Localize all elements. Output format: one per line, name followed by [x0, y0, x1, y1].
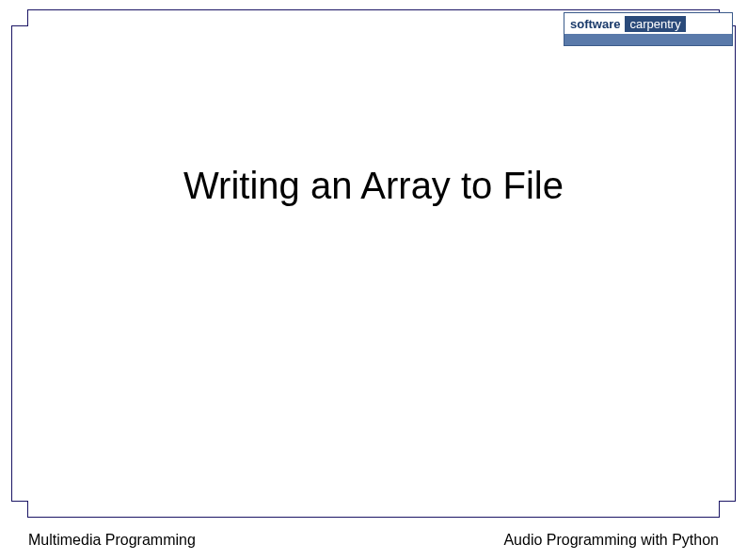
- logo-tagline-bar: [564, 34, 732, 45]
- slide-title: Writing an Array to File: [0, 165, 747, 207]
- logo-word-software: software: [570, 17, 620, 31]
- logo-top-row: software carpentry: [564, 13, 732, 34]
- logo-word-carpentry: carpentry: [625, 16, 685, 32]
- corner-top-left: [11, 9, 28, 26]
- corner-bottom-right: [719, 501, 736, 518]
- slide-footer: Multimedia Programming Audio Programming…: [28, 532, 719, 549]
- footer-right-text: Audio Programming with Python: [503, 532, 719, 549]
- logo-software-carpentry: software carpentry: [564, 12, 733, 46]
- corner-bottom-left: [11, 501, 28, 518]
- footer-left-text: Multimedia Programming: [28, 532, 196, 549]
- slide-frame: [11, 9, 736, 518]
